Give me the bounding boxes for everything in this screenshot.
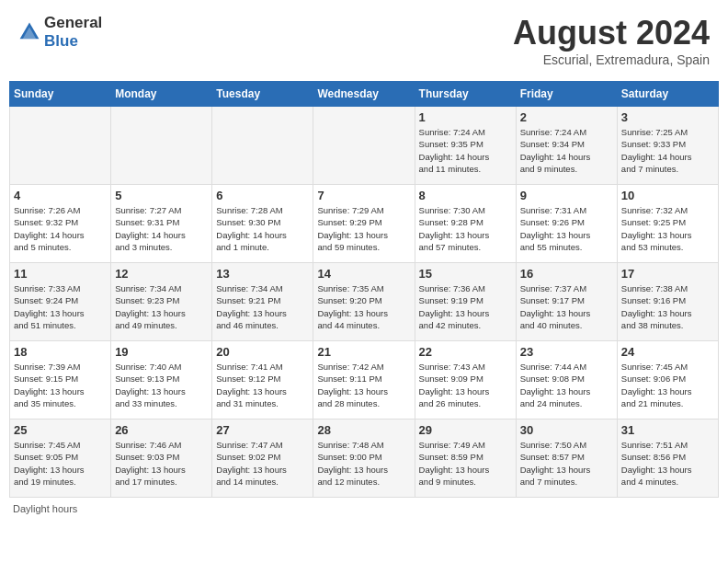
day-number: 19 [115,345,208,359]
calendar-cell: 15Sunrise: 7:36 AM Sunset: 9:19 PM Dayli… [415,263,516,341]
calendar-cell: 6Sunrise: 7:28 AM Sunset: 9:30 PM Daylig… [212,185,313,263]
day-info: Sunrise: 7:46 AM Sunset: 9:03 PM Dayligh… [115,439,208,488]
day-number: 1 [419,110,512,124]
day-info: Sunrise: 7:45 AM Sunset: 9:05 PM Dayligh… [14,439,107,488]
day-info: Sunrise: 7:35 AM Sunset: 9:20 PM Dayligh… [317,282,410,331]
calendar-cell: 28Sunrise: 7:48 AM Sunset: 9:00 PM Dayli… [313,419,415,498]
calendar-cell: 1Sunrise: 7:24 AM Sunset: 9:35 PM Daylig… [415,107,516,185]
calendar-cell: 19Sunrise: 7:40 AM Sunset: 9:13 PM Dayli… [111,341,212,419]
week-row-2: 11Sunrise: 7:33 AM Sunset: 9:24 PM Dayli… [10,263,719,341]
day-info: Sunrise: 7:48 AM Sunset: 9:00 PM Dayligh… [317,439,410,488]
day-info: Sunrise: 7:33 AM Sunset: 9:24 PM Dayligh… [14,282,107,331]
logo-blue: Blue [44,32,78,50]
day-number: 5 [115,189,208,202]
calendar-cell: 14Sunrise: 7:35 AM Sunset: 9:20 PM Dayli… [313,263,415,341]
day-number: 24 [621,345,714,359]
day-number: 30 [520,423,613,437]
calendar-cell: 31Sunrise: 7:51 AM Sunset: 8:56 PM Dayli… [617,419,718,498]
day-number: 22 [419,345,512,359]
header-cell-thursday: Thursday [415,82,516,107]
calendar-cell: 10Sunrise: 7:32 AM Sunset: 9:25 PM Dayli… [617,185,718,263]
day-number: 12 [115,267,208,281]
calendar-cell: 26Sunrise: 7:46 AM Sunset: 9:03 PM Dayli… [111,419,212,498]
month-year: August 2024 [513,14,710,52]
day-number: 18 [14,345,107,359]
calendar-cell: 9Sunrise: 7:31 AM Sunset: 9:26 PM Daylig… [516,185,617,263]
week-row-3: 18Sunrise: 7:39 AM Sunset: 9:15 PM Dayli… [10,341,719,419]
calendar-cell: 5Sunrise: 7:27 AM Sunset: 9:31 PM Daylig… [111,185,212,263]
day-info: Sunrise: 7:32 AM Sunset: 9:25 PM Dayligh… [621,204,714,253]
calendar-cell: 22Sunrise: 7:43 AM Sunset: 9:09 PM Dayli… [415,341,516,419]
calendar-cell: 12Sunrise: 7:34 AM Sunset: 9:23 PM Dayli… [111,263,212,341]
day-info: Sunrise: 7:51 AM Sunset: 8:56 PM Dayligh… [621,439,714,488]
footer-note: Daylight hours [9,503,719,514]
calendar-cell: 16Sunrise: 7:37 AM Sunset: 9:17 PM Dayli… [516,263,617,341]
day-info: Sunrise: 7:34 AM Sunset: 9:21 PM Dayligh… [216,282,309,331]
day-number: 29 [419,423,512,437]
header-cell-sunday: Sunday [10,82,111,107]
day-number: 26 [115,423,208,437]
day-number: 13 [216,267,309,281]
calendar-cell: 4Sunrise: 7:26 AM Sunset: 9:32 PM Daylig… [10,185,111,263]
day-number: 10 [621,189,714,202]
location: Escurial, Extremadura, Spain [513,52,710,67]
day-info: Sunrise: 7:44 AM Sunset: 9:08 PM Dayligh… [520,361,613,409]
calendar-cell: 25Sunrise: 7:45 AM Sunset: 9:05 PM Dayli… [10,419,111,498]
header-cell-saturday: Saturday [617,82,718,107]
calendar-cell: 30Sunrise: 7:50 AM Sunset: 8:57 PM Dayli… [516,419,617,498]
day-number: 3 [621,110,714,124]
logo: General Blue [18,14,102,51]
day-info: Sunrise: 7:27 AM Sunset: 9:31 PM Dayligh… [115,204,208,253]
calendar-cell: 8Sunrise: 7:30 AM Sunset: 9:28 PM Daylig… [415,185,516,263]
logo-icon [18,21,40,43]
calendar-cell: 3Sunrise: 7:25 AM Sunset: 9:33 PM Daylig… [617,107,718,185]
calendar-cell [10,107,111,185]
calendar-cell: 7Sunrise: 7:29 AM Sunset: 9:29 PM Daylig… [313,185,415,263]
day-info: Sunrise: 7:30 AM Sunset: 9:28 PM Dayligh… [419,204,512,253]
header-cell-wednesday: Wednesday [313,82,415,107]
header-cell-tuesday: Tuesday [212,82,313,107]
day-info: Sunrise: 7:25 AM Sunset: 9:33 PM Dayligh… [621,126,714,175]
day-number: 31 [621,423,714,437]
day-number: 6 [216,189,309,202]
day-number: 2 [520,110,613,124]
day-info: Sunrise: 7:39 AM Sunset: 9:15 PM Dayligh… [14,361,107,409]
day-info: Sunrise: 7:42 AM Sunset: 9:11 PM Dayligh… [317,361,410,409]
day-info: Sunrise: 7:41 AM Sunset: 9:12 PM Dayligh… [216,361,309,409]
calendar-cell: 27Sunrise: 7:47 AM Sunset: 9:02 PM Dayli… [212,419,313,498]
day-info: Sunrise: 7:49 AM Sunset: 8:59 PM Dayligh… [419,439,512,488]
day-number: 14 [317,267,410,281]
calendar-header: SundayMondayTuesdayWednesdayThursdayFrid… [10,82,719,107]
calendar-cell: 17Sunrise: 7:38 AM Sunset: 9:16 PM Dayli… [617,263,718,341]
header-cell-friday: Friday [516,82,617,107]
day-info: Sunrise: 7:31 AM Sunset: 9:26 PM Dayligh… [520,204,613,253]
day-info: Sunrise: 7:36 AM Sunset: 9:19 PM Dayligh… [419,282,512,331]
calendar-cell: 24Sunrise: 7:45 AM Sunset: 9:06 PM Dayli… [617,341,718,419]
calendar-cell: 2Sunrise: 7:24 AM Sunset: 9:34 PM Daylig… [516,107,617,185]
day-number: 7 [317,189,410,202]
calendar-cell: 13Sunrise: 7:34 AM Sunset: 9:21 PM Dayli… [212,263,313,341]
day-info: Sunrise: 7:50 AM Sunset: 8:57 PM Dayligh… [520,439,613,488]
day-info: Sunrise: 7:47 AM Sunset: 9:02 PM Dayligh… [216,439,309,488]
day-info: Sunrise: 7:43 AM Sunset: 9:09 PM Dayligh… [419,361,512,409]
day-number: 17 [621,267,714,281]
day-info: Sunrise: 7:40 AM Sunset: 9:13 PM Dayligh… [115,361,208,409]
day-info: Sunrise: 7:37 AM Sunset: 9:17 PM Dayligh… [520,282,613,331]
week-row-0: 1Sunrise: 7:24 AM Sunset: 9:35 PM Daylig… [10,107,719,185]
day-number: 8 [419,189,512,202]
day-info: Sunrise: 7:45 AM Sunset: 9:06 PM Dayligh… [621,361,714,409]
day-info: Sunrise: 7:29 AM Sunset: 9:29 PM Dayligh… [317,204,410,253]
calendar-cell: 21Sunrise: 7:42 AM Sunset: 9:11 PM Dayli… [313,341,415,419]
calendar-cell [111,107,212,185]
calendar-cell: 20Sunrise: 7:41 AM Sunset: 9:12 PM Dayli… [212,341,313,419]
header: General Blue August 2024 Escurial, Extre… [9,9,719,72]
day-number: 25 [14,423,107,437]
day-info: Sunrise: 7:26 AM Sunset: 9:32 PM Dayligh… [14,204,107,253]
title-area: August 2024 Escurial, Extremadura, Spain [513,14,710,67]
day-number: 9 [520,189,613,202]
calendar-cell: 23Sunrise: 7:44 AM Sunset: 9:08 PM Dayli… [516,341,617,419]
day-info: Sunrise: 7:38 AM Sunset: 9:16 PM Dayligh… [621,282,714,331]
day-number: 27 [216,423,309,437]
calendar-table: SundayMondayTuesdayWednesdayThursdayFrid… [9,81,719,498]
calendar-body: 1Sunrise: 7:24 AM Sunset: 9:35 PM Daylig… [10,107,719,498]
